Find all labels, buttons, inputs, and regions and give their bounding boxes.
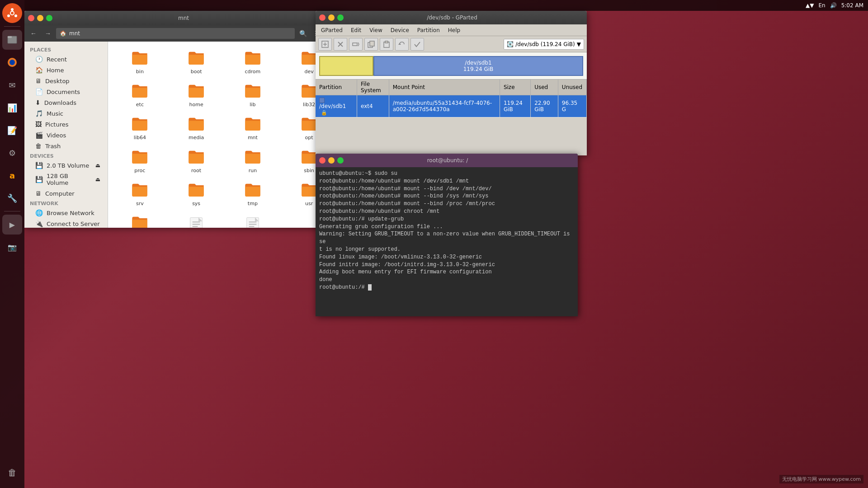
screencast-icon[interactable]: 📷 [2,237,22,257]
sidebar-item-videos[interactable]: 🎬 Videos [26,130,106,141]
file-manager-toolbar: ← → 🏠 mnt 🔍 ☰ ⋮ [24,25,341,42]
minimize-button[interactable] [37,15,43,21]
eject-128gb-icon[interactable]: ⏏ [95,176,100,183]
menu-help[interactable]: Help [444,26,464,34]
clock: 5:02 AM [841,2,863,9]
folder-icon-proc [129,148,151,166]
writer-icon[interactable]: 📝 [2,120,22,140]
terminal-line: Found linux image: /boot/vmlinuz-3.13.0-… [319,253,574,261]
svg-point-8 [9,60,15,65]
partition-label: /dev/sdb1 [465,60,491,66]
folder-icon-mnt [242,115,264,133]
gparted-btn-paste[interactable] [380,38,393,51]
amazon-icon[interactable]: a [2,165,22,185]
documents-icon: 📄 [35,88,43,95]
folder-item-run[interactable]: run [226,145,280,176]
system-settings-icon[interactable]: 🔧 [2,188,22,208]
sidebar-item-music[interactable]: 🎵 Music [26,108,106,119]
sidebar-item-downloads[interactable]: ⬇ Downloads [26,97,106,108]
gparted-btn-apply[interactable] [410,38,424,51]
terminal-line: Generating grub configuration file ... [319,223,574,231]
folder-icon-var [129,214,151,228]
sidebar-item-2tb[interactable]: 💾 2.0 TB Volume ⏏ [26,160,106,171]
folder-item-var[interactable]: var [113,211,167,228]
firefox-icon[interactable] [2,52,22,72]
file-manager-window: mnt ← → 🏠 mnt 🔍 ☰ ⋮ Places 🕐 Recent 🏠 Ho… [24,11,341,228]
gparted-close-button[interactable] [319,14,326,21]
terminal-icon[interactable]: ▶ [2,215,22,235]
menu-view[interactable]: View [366,26,386,34]
folder-item-home[interactable]: home [169,79,224,110]
email-icon[interactable]: ✉ [2,75,22,95]
menu-device[interactable]: Device [387,26,413,34]
eject-2tb-icon[interactable]: ⏏ [95,162,100,169]
network-indicator: ▲▼ [806,2,814,9]
file-manager-body: Places 🕐 Recent 🏠 Home 🖥 Desktop 📄 Docum… [24,42,341,228]
folder-item-tmp[interactable]: tmp [226,178,280,209]
terminal-content[interactable]: ubuntu@ubuntu:~$ sudo suroot@ubuntu:/hom… [316,167,578,316]
folder-item-root[interactable]: root [169,145,224,176]
folder-item-lib[interactable]: lib [226,79,280,110]
sidebar-item-computer[interactable]: 🖥 Computer [26,188,106,199]
folder-item-proc[interactable]: proc [113,145,167,176]
close-button[interactable] [28,15,34,21]
gparted-partition-table: Partition File System Mount Point Size U… [316,80,587,155]
sidebar-item-music-label: Music [47,110,63,117]
folder-item-etc[interactable]: etc [113,79,167,110]
gparted-btn-new[interactable] [318,38,332,51]
sidebar-item-128gb[interactable]: 💾 128 GB Volume ⏏ [26,171,106,188]
folder-item-vmlinuz[interactable]: vmlinuz [226,211,280,228]
gparted-btn-delete[interactable] [334,38,347,51]
sidebar-item-recent[interactable]: 🕐 Recent [26,54,106,65]
sidebar-item-documents[interactable]: 📄 Documents [26,86,106,97]
menu-partition[interactable]: Partition [414,26,443,34]
gparted-btn-copy[interactable] [364,38,378,51]
apps-icon[interactable]: ⚙ [2,143,22,163]
sidebar-item-trash[interactable]: 🗑 Trash [26,141,106,151]
files-icon[interactable] [2,30,22,50]
trash-icon[interactable]: 🗑 [2,463,22,483]
gparted-maximize-button[interactable] [337,14,344,21]
device-selector[interactable]: 💽 /dev/sdb (119.24 GiB) ▼ [504,39,584,50]
terminal-maximize-button[interactable] [337,157,344,164]
location-bar[interactable]: 🏠 mnt [56,28,295,39]
terminal-close-button[interactable] [319,157,326,164]
computer-icon: 🖥 [35,190,42,197]
sidebar-item-browse-network[interactable]: 🌐 Browse Network [26,207,106,218]
folder-item-initrd[interactable]: initrd.img [169,211,224,228]
ubuntu-logo-icon[interactable] [2,3,22,23]
folder-item-sys[interactable]: sys [169,178,224,209]
folder-item-srv[interactable]: srv [113,178,167,209]
file-manager-content: bin boot cdrom dev etc [108,42,341,228]
sidebar-item-desktop[interactable]: 🖥 Desktop [26,75,106,86]
folder-item-boot[interactable]: boot [169,46,224,77]
search-button[interactable]: 🔍 [297,28,309,39]
folder-item-mnt[interactable]: mnt [226,112,280,143]
terminal-line: root@ubuntu:/home/ubuntu# mount --bind /… [319,192,574,200]
gparted-window: /dev/sdb - GParted GParted Edit View Dev… [316,11,587,155]
maximize-button[interactable] [46,15,52,21]
trash-sidebar-icon: 🗑 [35,142,42,150]
sidebar-item-pictures[interactable]: 🖼 Pictures [26,119,106,130]
sidebar-item-connect-server[interactable]: 🔌 Connect to Server [26,218,106,228]
gparted-btn-resize[interactable] [349,38,363,51]
terminal-titlebar: root@ubuntu: / [316,154,578,167]
folder-item-lib64[interactable]: lib64 [113,112,167,143]
terminal-minimize-button[interactable] [328,157,335,164]
folder-item-bin[interactable]: bin [113,46,167,77]
terminal-line: done [319,276,574,284]
menu-gparted[interactable]: GParted [317,26,346,34]
sidebar-item-2tb-label: 2.0 TB Volume [47,162,89,169]
partition-row[interactable]: /dev/sdb1 🔒 ext4 /media/ubuntu/55a31434-… [316,95,587,117]
folder-item-cdrom[interactable]: cdrom [226,46,280,77]
gparted-minimize-button[interactable] [328,14,335,21]
sidebar-item-home[interactable]: 🏠 Home [26,65,106,75]
sidebar-item-trash-label: Trash [45,143,61,150]
gparted-btn-undo[interactable] [395,38,409,51]
back-button[interactable]: ← [27,28,40,39]
menu-edit[interactable]: Edit [347,26,365,34]
spreadsheet-icon[interactable]: 📊 [2,98,22,117]
forward-button[interactable]: → [42,28,54,39]
folder-item-media[interactable]: media [169,112,224,143]
folder-label-usr: usr [305,201,313,206]
